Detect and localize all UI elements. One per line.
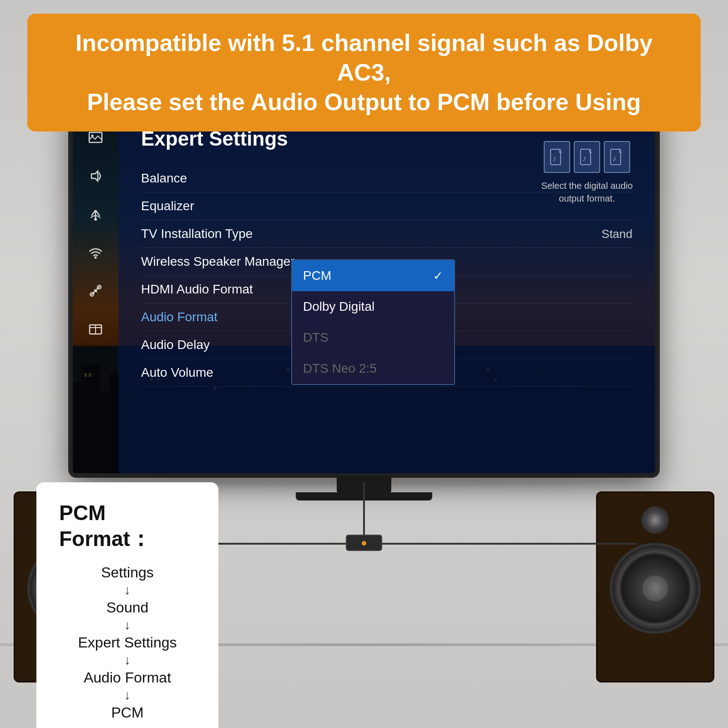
info-box-icons: ♪ ♪ ♪ xyxy=(537,141,637,173)
speaker-right-tweeter xyxy=(642,506,669,534)
menu-item-equalizer-label: Equalizer xyxy=(141,199,194,213)
info-box-description: Select the digital audio output format. xyxy=(537,179,637,205)
info-box: ♪ ♪ ♪ xyxy=(537,141,637,205)
warning-text: Incompatible with 5.1 channel signal suc… xyxy=(50,28,678,117)
pcm-step-settings: Settings xyxy=(101,564,154,581)
pcm-arrow-4: ↓ xyxy=(124,688,131,703)
dropdown-item-dts: DTS xyxy=(292,322,454,353)
pcm-step-expert-settings: Expert Settings xyxy=(78,634,177,651)
music-file-icon-1: ♪ xyxy=(544,141,570,173)
sidebar-icon-sound xyxy=(85,166,106,187)
menu-item-auto-volume-label: Auto Volume xyxy=(141,365,213,380)
sidebar-icon-wifi xyxy=(85,242,106,263)
checkmark-icon: ✓ xyxy=(433,269,443,283)
pcm-format-title: PCM Format： xyxy=(59,500,196,553)
dropdown-item-pcm[interactable]: PCM ✓ xyxy=(292,260,454,291)
svg-point-44 xyxy=(94,218,97,221)
music-file-icon-3: ♪ xyxy=(604,141,630,173)
dropdown-item-dolby-label: Dolby Digital xyxy=(303,299,374,314)
speaker-right-woofer xyxy=(610,543,701,634)
dropdown-item-dolby[interactable]: Dolby Digital xyxy=(292,291,454,322)
dropdown-item-dts-neo: DTS Neo 2:5 xyxy=(292,353,454,384)
svg-line-43 xyxy=(96,210,100,216)
warning-banner: Incompatible with 5.1 channel signal suc… xyxy=(27,14,701,131)
pcm-format-steps: Settings ↓ Sound ↓ Expert Settings ↓ Aud… xyxy=(59,564,196,721)
pcm-arrow-1: ↓ xyxy=(124,583,131,597)
dropdown-item-dts-neo-label: DTS Neo 2:5 xyxy=(303,361,377,376)
converter-led xyxy=(362,541,366,546)
pcm-step-sound: Sound xyxy=(106,599,149,616)
pcm-format-box: PCM Format： Settings ↓ Sound ↓ Expert Se… xyxy=(36,482,218,728)
menu-item-wireless-speaker-label: Wireless Speaker Manager xyxy=(141,254,295,269)
cable-to-right-speaker xyxy=(382,543,637,545)
pcm-arrow-2: ↓ xyxy=(124,618,131,632)
tv-sidebar xyxy=(73,109,118,473)
svg-point-45 xyxy=(95,257,97,259)
pcm-step-pcm: PCM xyxy=(111,704,143,721)
sidebar-icon-antenna xyxy=(85,204,106,225)
sidebar-icon-tools xyxy=(85,280,106,301)
pcm-arrow-3: ↓ xyxy=(124,653,131,667)
tv-cable xyxy=(363,482,365,541)
music-file-icon-2: ♪ xyxy=(574,141,600,173)
tv-frame: Expert Settings Balance Equalizer TV Ins… xyxy=(68,105,660,478)
svg-marker-40 xyxy=(91,171,98,181)
converter-box xyxy=(346,535,382,551)
sidebar-icon-help xyxy=(85,318,106,339)
svg-text:♪: ♪ xyxy=(582,154,586,163)
svg-text:♪: ♪ xyxy=(612,154,617,163)
menu-item-audio-format-label: Audio Format xyxy=(141,310,217,324)
speaker-right xyxy=(596,491,714,682)
menu-item-balance-label: Balance xyxy=(141,171,187,186)
audio-format-dropdown[interactable]: PCM ✓ Dolby Digital DTS DTS Neo 2:5 xyxy=(291,259,455,385)
menu-item-audio-delay-label: Audio Delay xyxy=(141,338,210,352)
dropdown-item-dts-label: DTS xyxy=(303,330,329,345)
menu-item-tv-installation-value: Stand xyxy=(602,227,632,241)
dropdown-item-pcm-label: PCM xyxy=(303,268,331,283)
menu-item-tv-installation[interactable]: TV Installation Type Stand xyxy=(141,220,632,248)
svg-text:♪: ♪ xyxy=(552,154,556,163)
svg-line-42 xyxy=(91,210,96,216)
pcm-step-audio-format: Audio Format xyxy=(84,669,171,686)
svg-point-39 xyxy=(91,135,94,137)
menu-item-tv-installation-label: TV Installation Type xyxy=(141,227,253,241)
menu-item-hdmi-audio-label: HDMI Audio Format xyxy=(141,282,253,297)
